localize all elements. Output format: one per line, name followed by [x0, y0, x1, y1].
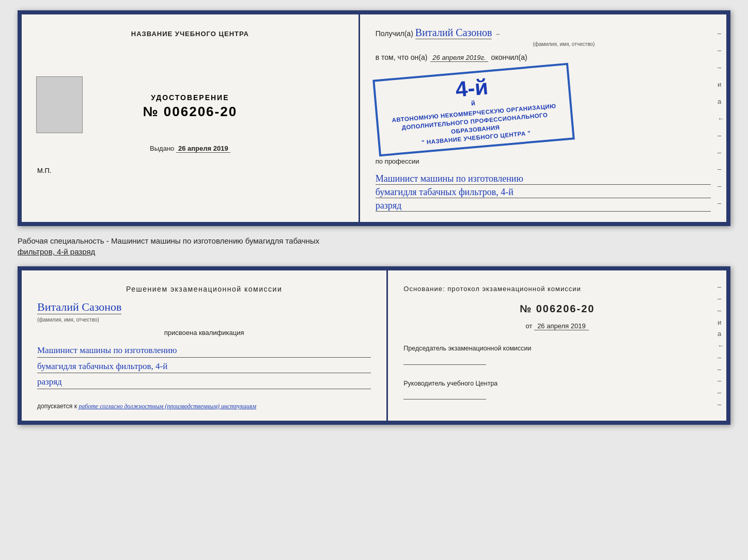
- side-dashes-bottom: – – – и а ← – – – – –: [718, 270, 724, 421]
- poluchil-prefix: Получил(а): [376, 29, 413, 38]
- vtom-prefix: в том, что он(а): [376, 53, 428, 61]
- komissia-title: Решением экзаменационной комиссии: [37, 285, 371, 293]
- qualification-block: Машинист машины по изготовлению бумагидл…: [37, 342, 371, 389]
- b-dash-10: –: [718, 389, 724, 396]
- b-dash-7: –: [718, 354, 724, 361]
- ot-date-value: 26 апреля 2019: [534, 322, 589, 330]
- b-dash-5: а: [718, 330, 724, 338]
- bottom-document: Решением экзаменационной комиссии Витали…: [18, 266, 730, 425]
- udostoverenie-number: № 006206-20: [143, 104, 238, 120]
- bottom-fio-label: (фамилия, имя, отчество): [37, 317, 99, 323]
- dash-4: и: [718, 81, 724, 88]
- b-dash-4: и: [718, 318, 724, 326]
- top-doc-left: НАЗВАНИЕ УЧЕБНОГО ЦЕНТРА УДОСТОВЕРЕНИЕ №…: [22, 14, 360, 222]
- udostoverenie-block: УДОСТОВЕРЕНИЕ № 006206-20: [143, 93, 238, 120]
- protocol-number: № 006206-20: [403, 303, 711, 315]
- stamp-block: 4-й й АВТОНОМНУЮ НЕКОММЕРЧЕСКУЮ ОРГАНИЗА…: [372, 63, 575, 157]
- dash-1: –: [718, 29, 724, 37]
- photo-placeholder: [36, 76, 83, 133]
- profession-line3: разряд: [376, 200, 711, 212]
- recipient-line: Получил(а) Виталий Сазонов – (фамилия, и…: [376, 27, 711, 47]
- b-dash-9: –: [718, 377, 724, 385]
- specialty-label: Рабочая специальность - Машинист машины …: [18, 235, 730, 257]
- dash-6: ←: [718, 115, 724, 122]
- po-professii: по профессии: [376, 157, 711, 165]
- bottom-doc-right: Основание: протокол экзаменационной коми…: [388, 270, 726, 421]
- udostoverenie-title: УДОСТОВЕРЕНИЕ: [143, 93, 238, 102]
- vydano-date: 26 апреля 2019: [176, 145, 230, 153]
- profession-block: Машинист машины по изготовлению бумагидл…: [376, 171, 711, 212]
- b-dash-11: –: [718, 401, 724, 408]
- b-dash-2: –: [718, 295, 724, 302]
- vydano-line: Выдано 26 апреля 2019: [150, 145, 230, 152]
- vtom-date: 26 апреля 2019г.: [430, 54, 488, 62]
- dash-5: а: [718, 98, 724, 105]
- dash-8: –: [718, 149, 724, 156]
- b-dash-6: ←: [718, 342, 724, 349]
- dopusk-text: работе согласно должностным (производств…: [79, 403, 256, 410]
- rukovoditel-label: Руководитель учебного Центра: [403, 379, 711, 389]
- dash-2: –: [718, 46, 724, 54]
- b-dash-8: –: [718, 365, 724, 373]
- dash-9: –: [718, 165, 724, 173]
- qualification-line2: бумагидля табачных фильтров, 4-й: [37, 360, 371, 374]
- predsedatel-block: Председатель экзаменационной комиссии: [403, 344, 711, 365]
- predsedatel-signature-line: [403, 356, 486, 365]
- rukovoditel-block: Руководитель учебного Центра: [403, 379, 711, 400]
- mp-label: М.П.: [37, 167, 51, 174]
- dopuskaetsya-block: допускается к работе согласно должностны…: [37, 403, 371, 410]
- recipient-name: Виталий Сазонов: [415, 27, 492, 39]
- dash-10: –: [718, 182, 724, 190]
- qualification-line3: разряд: [37, 375, 371, 389]
- okonchil: окончил(а): [491, 53, 527, 61]
- prisvoena: присвоена квалификация: [37, 329, 371, 337]
- center-title: НАЗВАНИЕ УЧЕБНОГО ЦЕНТРА: [131, 30, 249, 38]
- top-doc-right: Получил(а) Виталий Сазонов – (фамилия, и…: [360, 14, 726, 222]
- profession-line2: бумагидля табачных фильтров, 4-й: [376, 187, 711, 198]
- vtom-line: в том, что он(а) 26 апреля 2019г. окончи…: [376, 53, 711, 62]
- vydano-label: Выдано: [150, 145, 174, 152]
- profession-line1: Машинист машины по изготовлению: [376, 173, 711, 185]
- dopuskaetsya-label: допускается к: [37, 403, 77, 410]
- rukovoditel-signature-line: [403, 390, 486, 399]
- b-dash-1: –: [718, 283, 724, 291]
- fio-label-top: (фамилия, имя, отчество): [417, 41, 711, 47]
- osnovanie: Основание: протокол экзаменационной коми…: [403, 285, 711, 293]
- dash-7: –: [718, 132, 724, 139]
- predsedatel-label: Председатель экзаменационной комиссии: [403, 344, 711, 354]
- qualification-line1: Машинист машины по изготовлению: [37, 344, 371, 358]
- name-block-bottom: Виталий Сазонов (фамилия, имя, отчество): [37, 298, 371, 324]
- top-document: НАЗВАНИЕ УЧЕБНОГО ЦЕНТРА УДОСТОВЕРЕНИЕ №…: [18, 10, 730, 226]
- specialty-text2: фильтров, 4-й разряд: [18, 247, 95, 256]
- side-dashes-top: – – – и а ← – – – – –: [718, 14, 724, 222]
- specialty-text1: Рабочая специальность - Машинист машины …: [18, 236, 319, 245]
- dash-3: –: [718, 63, 724, 71]
- dash-11: –: [718, 199, 724, 207]
- ot-label: от: [526, 322, 533, 330]
- bottom-name: Виталий Сазонов: [37, 300, 121, 314]
- ot-date-line: от 26 апреля 2019: [403, 322, 711, 330]
- bottom-doc-left: Решением экзаменационной комиссии Витали…: [22, 270, 388, 421]
- b-dash-3: –: [718, 307, 724, 314]
